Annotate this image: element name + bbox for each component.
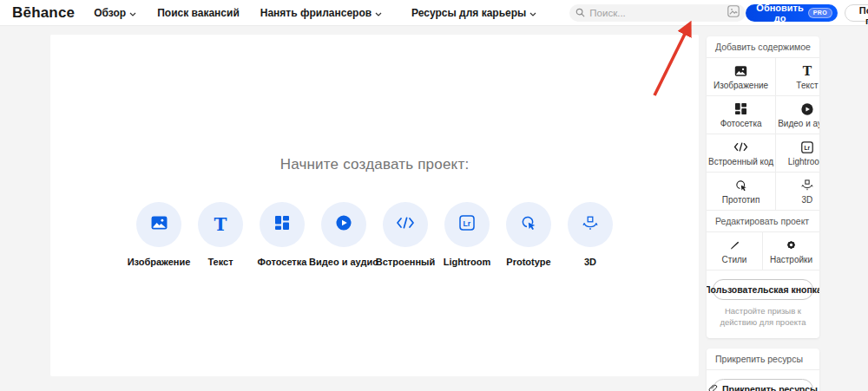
lightroom-icon: Lr: [778, 140, 819, 153]
tool-video-audio[interactable]: Видео и аудио: [313, 202, 375, 267]
search-box[interactable]: [569, 4, 746, 22]
custom-button-hint: Настройте призыв к действию для проекта: [715, 306, 811, 329]
navbar-right-cluster: Обновить до PRO Поделиться проектом Adob…: [746, 4, 868, 22]
chevron-down-icon: [375, 7, 382, 19]
settings-gear-icon: [765, 238, 818, 251]
search-icon: [575, 5, 585, 21]
paperclip-icon: [708, 384, 718, 391]
embed-code-icon: [396, 217, 415, 232]
three-d-icon: [778, 179, 819, 192]
behance-logo[interactable]: Bēhance: [12, 4, 75, 22]
edit-project-header: Редактировать проект: [707, 211, 819, 232]
add-content-card: Добавить содержимое Изображение T Текст …: [707, 36, 819, 338]
sidebar-item-styles[interactable]: Стили: [707, 232, 763, 270]
tools-row: Изображение T Текст Фотосетка Видео и ау…: [50, 202, 699, 267]
photo-grid-icon: [275, 216, 289, 233]
video-audio-icon: [336, 215, 352, 234]
sidebar-item-photo-grid[interactable]: Фотосетка: [707, 96, 776, 134]
sidebar-item-settings[interactable]: Настройки: [763, 232, 819, 270]
attach-resources-card: Прикрепить ресурсы Прикрепить ресурсы До…: [707, 349, 819, 391]
tool-prototype[interactable]: Prototype: [498, 202, 560, 267]
top-navbar: Bēhance Обзор Поиск вакансий Нанять фрил…: [0, 0, 868, 26]
sidebar-item-prototype[interactable]: Прототип: [707, 173, 776, 211]
editor-sidebar: Добавить содержимое Изображение T Текст …: [707, 36, 819, 391]
three-d-icon: [582, 216, 598, 234]
search-input[interactable]: [589, 8, 723, 18]
image-icon: [151, 216, 168, 233]
sidebar-item-3d[interactable]: 3D: [776, 173, 819, 211]
nav-item-jobs[interactable]: Поиск вакансий: [157, 7, 240, 19]
svg-text:Lr: Lr: [805, 144, 811, 150]
chevron-down-icon: [129, 7, 136, 19]
tool-text[interactable]: T Текст: [190, 202, 252, 267]
lightroom-icon: Lr: [459, 215, 475, 234]
edit-project-grid: Стили Настройки: [707, 232, 819, 270]
tool-image[interactable]: Изображение: [128, 202, 190, 267]
text-icon: T: [778, 64, 819, 77]
custom-button[interactable]: Пользовательская кнопка: [713, 279, 813, 300]
attach-resources-header: Прикрепить ресурсы: [707, 349, 819, 370]
tool-photo-grid[interactable]: Фотосетка: [252, 202, 313, 267]
prototype-icon: [708, 179, 773, 192]
tool-lightroom[interactable]: Lr Lightroom: [437, 202, 498, 267]
sidebar-item-lightroom[interactable]: Lr Lightroom: [776, 134, 819, 173]
tool-embed[interactable]: Встроенный: [375, 202, 437, 267]
sidebar-item-image[interactable]: Изображение: [707, 58, 776, 96]
sidebar-item-embed-code[interactable]: Встроенный код: [707, 134, 776, 173]
chevron-down-icon: [529, 7, 536, 19]
add-content-grid: Изображение T Текст Фотосетка Видео и ау…: [707, 58, 819, 211]
styles-pen-icon: [708, 238, 760, 251]
photo-grid-icon: [708, 102, 773, 115]
attach-resources-button[interactable]: Прикрепить ресурсы: [713, 379, 813, 391]
sidebar-item-text[interactable]: T Текст: [776, 58, 819, 96]
canvas-title: Начните создавать проект:: [50, 156, 699, 173]
add-content-header: Добавить содержимое: [707, 36, 819, 58]
embed-code-icon: [708, 140, 773, 153]
project-canvas: Начните создавать проект: Изображение T …: [50, 35, 699, 376]
prototype-icon: [521, 215, 536, 234]
nav-item-browse[interactable]: Обзор: [94, 7, 136, 19]
nav-item-hire[interactable]: Нанять фрилансеров: [260, 7, 382, 19]
text-icon: T: [214, 214, 227, 235]
image-search-icon[interactable]: [727, 5, 740, 21]
video-audio-icon: [778, 102, 819, 115]
tool-3d[interactable]: 3D: [560, 202, 621, 267]
sidebar-item-video-audio[interactable]: Видео и аудио: [776, 96, 819, 134]
svg-text:Lr: Lr: [464, 219, 471, 228]
share-project-button[interactable]: Поделиться проектом: [845, 4, 868, 22]
nav-item-career-resources[interactable]: Ресурсы для карьеры: [411, 7, 536, 19]
image-icon: [708, 64, 773, 77]
upgrade-pro-button[interactable]: Обновить до PRO: [746, 4, 838, 22]
pro-badge: PRO: [808, 8, 832, 18]
